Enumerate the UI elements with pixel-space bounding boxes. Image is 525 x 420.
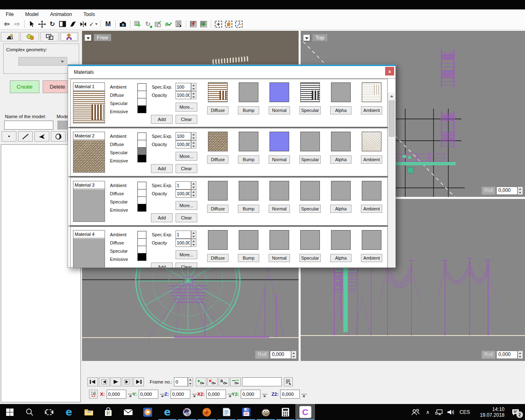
ambient-texture-thumb[interactable] xyxy=(362,230,381,250)
delete-keyframe-button[interactable] xyxy=(207,377,218,386)
spec-exp-spinner[interactable] xyxy=(191,181,196,189)
draw-icon[interactable] xyxy=(68,20,78,29)
diffuse-color-swatch[interactable] xyxy=(137,238,146,246)
last-frame-button[interactable] xyxy=(133,377,144,386)
prev-keyframe-button[interactable] xyxy=(99,377,110,386)
select-icon[interactable] xyxy=(27,20,37,29)
specular-texture-button[interactable]: Specular xyxy=(299,205,321,213)
frame-all-icon[interactable] xyxy=(213,20,224,29)
menu-file[interactable]: File xyxy=(6,11,14,17)
normal-texture-button[interactable]: Normal xyxy=(269,106,290,114)
specular-texture-thumb[interactable] xyxy=(300,132,320,151)
check-icon[interactable]: ✓ xyxy=(88,20,98,29)
ambient-texture-button[interactable]: Ambient xyxy=(361,106,382,114)
media-player-button[interactable] xyxy=(138,404,158,420)
alpha-texture-thumb[interactable] xyxy=(331,82,351,102)
normal-texture-thumb[interactable] xyxy=(269,132,289,151)
opacity-spinner[interactable] xyxy=(191,239,196,247)
material-tool-icon[interactable]: M xyxy=(103,20,113,29)
tab-tools-icon[interactable] xyxy=(1,32,19,41)
scroll-up-icon[interactable] xyxy=(388,93,395,100)
diffuse-texture-thumb[interactable] xyxy=(208,132,228,151)
move-icon[interactable] xyxy=(37,20,47,29)
emissive-color-swatch[interactable] xyxy=(137,155,146,162)
alpha-texture-button[interactable]: Alpha xyxy=(330,205,352,213)
people-button[interactable] xyxy=(409,404,422,420)
dialog-scrollbar[interactable] xyxy=(388,93,395,267)
search-button[interactable] xyxy=(20,404,39,420)
alpha-texture-thumb[interactable] xyxy=(331,132,351,151)
opacity-input[interactable] xyxy=(176,140,191,148)
scrollbar-thumb[interactable] xyxy=(389,100,395,137)
more-button[interactable]: More... xyxy=(176,152,197,161)
diffuse-texture-button[interactable]: Diffuse xyxy=(207,254,228,262)
specular-texture-thumb[interactable] xyxy=(300,82,320,102)
camera-icon[interactable] xyxy=(118,20,128,29)
emissive-color-swatch[interactable] xyxy=(137,105,146,113)
spec-exp-input[interactable] xyxy=(176,83,191,91)
calculator-button[interactable] xyxy=(276,404,295,420)
more-button[interactable]: More... xyxy=(176,103,197,112)
spec-exp-spinner[interactable] xyxy=(191,132,196,140)
firefox-button[interactable] xyxy=(197,404,217,420)
roll-spinner[interactable] xyxy=(518,351,523,359)
alpha-texture-button[interactable]: Alpha xyxy=(330,254,352,262)
add-button[interactable]: Add xyxy=(151,213,173,222)
material-name-input[interactable] xyxy=(73,132,105,140)
roll-value[interactable]: 0,000 xyxy=(496,351,518,359)
viewport-menu-button[interactable] xyxy=(84,34,91,41)
tray-expand-button[interactable]: ∧ xyxy=(422,404,433,420)
chevron-down-icon[interactable] xyxy=(95,23,98,26)
show-axes-icon[interactable] xyxy=(234,20,244,29)
specular-texture-thumb[interactable] xyxy=(300,181,320,201)
snap-grid-icon[interactable]: # xyxy=(163,20,173,29)
normal-texture-button[interactable]: Normal xyxy=(269,205,290,213)
coord-z-spinner[interactable] xyxy=(192,394,197,395)
diffuse-texture-button[interactable]: Diffuse xyxy=(207,106,228,114)
diffuse-texture-thumb[interactable] xyxy=(208,82,228,102)
add-button[interactable]: Add xyxy=(151,164,173,173)
ambient-color-swatch[interactable] xyxy=(137,231,146,239)
diffuse-color-swatch[interactable] xyxy=(137,189,146,197)
specular-texture-button[interactable]: Specular xyxy=(299,254,321,262)
start-button[interactable] xyxy=(0,404,20,420)
alpha-texture-thumb[interactable] xyxy=(331,230,351,250)
specular-color-swatch[interactable] xyxy=(137,196,146,204)
diffuse-color-swatch[interactable] xyxy=(137,91,146,98)
next-keyframe-button[interactable] xyxy=(122,377,132,386)
opacity-input[interactable] xyxy=(176,189,191,198)
bump-texture-thumb[interactable] xyxy=(239,132,258,151)
menu-model[interactable]: Model xyxy=(25,11,39,17)
point-tool-button[interactable]: • xyxy=(2,131,16,142)
store-button[interactable] xyxy=(98,404,118,420)
opacity-spinner[interactable] xyxy=(191,189,196,198)
roll-spinner[interactable] xyxy=(291,351,297,359)
specular-color-swatch[interactable] xyxy=(137,147,146,155)
keyframe-list-button[interactable] xyxy=(284,377,293,386)
clear-button[interactable]: Clear xyxy=(176,262,197,267)
model-name-input[interactable] xyxy=(4,121,53,130)
action-center-button[interactable]: 2 xyxy=(506,404,525,420)
notepad-button[interactable] xyxy=(217,404,236,420)
mirror-icon[interactable] xyxy=(78,20,88,29)
opacity-spinner[interactable] xyxy=(191,140,196,148)
diffuse-color-swatch[interactable] xyxy=(137,140,146,148)
menu-animation[interactable]: Animation xyxy=(50,11,72,17)
emissive-color-swatch[interactable] xyxy=(137,204,146,212)
diffuse-texture-thumb[interactable] xyxy=(208,181,228,201)
bump-texture-button[interactable]: Bump xyxy=(238,254,259,262)
material-name-input[interactable] xyxy=(73,83,105,91)
clear-button[interactable]: Clear xyxy=(176,115,197,124)
clock[interactable]: 14:10 19.07.2018 xyxy=(472,404,506,420)
fill-mode-icon[interactable] xyxy=(57,20,68,29)
specular-color-swatch[interactable] xyxy=(137,98,146,106)
ambient-texture-thumb[interactable] xyxy=(362,181,381,201)
create-button[interactable]: Create xyxy=(10,80,39,93)
frame-object-icon[interactable] xyxy=(224,20,234,29)
coord-y2-spinner[interactable] xyxy=(262,394,267,395)
coord-z-input[interactable] xyxy=(171,390,190,399)
animation-name-input[interactable] xyxy=(242,377,282,386)
add-keyframe-button[interactable] xyxy=(196,377,206,386)
complex-geometry-select[interactable] xyxy=(18,57,67,66)
legacy-app-button[interactable] xyxy=(177,404,197,420)
